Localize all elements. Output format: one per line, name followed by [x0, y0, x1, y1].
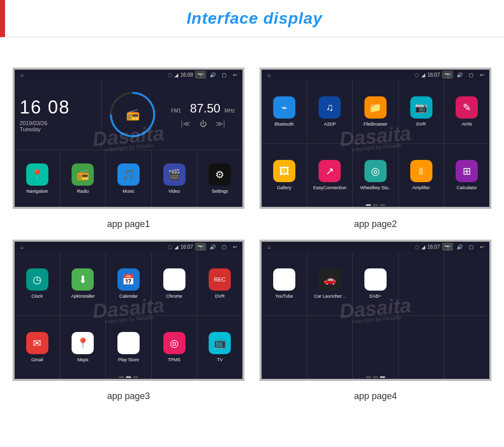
wifi-icon: ◢: [421, 244, 425, 250]
clock-time: 16 08: [20, 97, 96, 118]
clock-widget[interactable]: 16 08 2019/03/26 Tuesday: [15, 80, 101, 150]
empty-cell: [399, 252, 444, 315]
statusbar: ⌂ ◌ ◢ 16:08 📷 🔊 ▢ ↩: [15, 70, 242, 80]
app-calculator[interactable]: ⊞Calculator: [444, 144, 489, 207]
app-icon: ♫: [319, 96, 341, 119]
power-icon[interactable]: ⏻: [200, 120, 207, 128]
app-label: AVIN: [462, 122, 472, 127]
statusbar: ⌂ ◌ ◢ 16:07 📷 🔊 ▢ ↩: [262, 70, 489, 80]
app-icon: 🎵: [117, 163, 140, 186]
panel3: ⌂ ◌ ◢ 16:07 📷 🔊 ▢ ↩ ◷Clock⬇ApkInstaller📅…: [13, 240, 244, 381]
app-label: Radio: [77, 189, 89, 194]
app-dab-[interactable]: ◔DAB+: [353, 252, 398, 315]
app-dvr[interactable]: 📷DVR: [399, 80, 444, 143]
camera-icon[interactable]: 📷: [195, 243, 206, 251]
empty-cell: [399, 316, 444, 379]
gallery: ⌂ ◌ ◢ 16:08 📷 🔊 ▢ ↩ 16 08 2019/03/26: [0, 37, 504, 417]
empty-cell: [444, 316, 489, 379]
app-filebrowser[interactable]: 📁FileBrowser: [353, 80, 398, 143]
app-icon: REC: [209, 268, 231, 291]
prev-icon[interactable]: |≪: [181, 120, 191, 128]
app-clock[interactable]: ◷Clock: [15, 252, 60, 315]
radio-widget[interactable]: 📻 FM1 87.50 MHz |≪ ⏻: [102, 80, 243, 150]
camera-icon[interactable]: 📷: [442, 71, 453, 79]
clock-date: 2019/03/26: [20, 120, 96, 126]
volume-icon[interactable]: 🔊: [455, 243, 464, 250]
app-radio[interactable]: 📻Radio: [60, 150, 106, 207]
back-icon[interactable]: ↩: [477, 71, 486, 78]
app-calendar[interactable]: 📅Calendar: [106, 252, 151, 315]
app-gallery[interactable]: 🖼Gallery: [262, 144, 307, 207]
app-tv[interactable]: 📺TV: [197, 316, 242, 379]
header-title: Interface display: [5, 9, 504, 28]
empty-cell: [262, 316, 307, 379]
screen-off-icon[interactable]: ▢: [466, 243, 475, 250]
app-dvr[interactable]: RECDVR: [197, 252, 242, 315]
app-icon: ◔: [364, 268, 387, 291]
app-music[interactable]: 🎵Music: [106, 150, 151, 207]
volume-icon[interactable]: 🔊: [455, 71, 464, 78]
app-label: DAB+: [369, 294, 382, 299]
app-icon: ◎: [364, 160, 387, 182]
caption: app page2: [354, 219, 397, 230]
app-icon: ✎: [456, 96, 478, 119]
panel1: ⌂ ◌ ◢ 16:08 📷 🔊 ▢ ↩ 16 08 2019/03/26: [13, 68, 244, 209]
location-icon: ◌: [415, 72, 419, 78]
app-label: Bluetooth: [275, 122, 294, 127]
wifi-icon: ◢: [174, 72, 178, 78]
camera-icon[interactable]: 📷: [442, 243, 453, 251]
app-bluetooth[interactable]: ⌁Bluetooth: [262, 80, 307, 143]
app-label: EasyConnection: [313, 185, 347, 190]
caption: app page3: [107, 391, 150, 402]
app-icon: 🚗: [319, 268, 341, 291]
home-icon[interactable]: ⌂: [265, 71, 274, 78]
back-icon[interactable]: ↩: [230, 71, 239, 78]
app-amplifier[interactable]: ⫴Amplifier: [399, 144, 444, 207]
app-label: Settings: [212, 189, 228, 194]
app-wheelkey-stu-[interactable]: ◎Wheelkey Stu..: [353, 144, 398, 207]
radio-icon: 📻: [125, 108, 139, 121]
app-car-launcher-[interactable]: 🚗Car Launcher ..: [307, 252, 353, 315]
app-chrome[interactable]: ◉Chrome: [152, 252, 197, 315]
app-a2dp[interactable]: ♫A2DP: [307, 80, 353, 143]
app-avin[interactable]: ✎AVIN: [444, 80, 489, 143]
app-apkinstaller[interactable]: ⬇ApkInstaller: [60, 252, 106, 315]
back-icon[interactable]: ↩: [477, 243, 486, 250]
volume-icon[interactable]: 🔊: [208, 243, 217, 250]
app-tpms[interactable]: ◎TPMS: [152, 316, 197, 379]
app-icon: ⌁: [273, 96, 295, 119]
statusbar-time: 16:07: [427, 244, 440, 250]
back-icon[interactable]: ↩: [230, 243, 239, 250]
app-label: Calculator: [457, 185, 477, 190]
panel2-wrap: ⌂ ◌ ◢ 16:07 📷 🔊 ▢ ↩ ⌁Bluetooth♫A2DP📁File…: [257, 68, 494, 230]
app-maps[interactable]: 📍Maps: [60, 316, 106, 379]
screen-off-icon[interactable]: ▢: [219, 243, 228, 250]
app-play-store[interactable]: ▶Play Store: [106, 316, 151, 379]
app-easyconnection[interactable]: ↗EasyConnection: [307, 144, 353, 207]
home-icon[interactable]: ⌂: [18, 243, 27, 250]
empty-cell: [353, 316, 398, 379]
camera-icon[interactable]: 📷: [195, 71, 206, 79]
home-icon[interactable]: ⌂: [18, 71, 27, 78]
next-icon[interactable]: ≫|: [216, 120, 225, 128]
app-video[interactable]: 🎬Video: [152, 150, 197, 207]
app-settings[interactable]: ⚙Settings: [197, 150, 242, 207]
screen-off-icon[interactable]: ▢: [466, 71, 475, 78]
app-label: Play Store: [118, 357, 139, 362]
page-indicator: [366, 376, 385, 378]
app-label: Amplifier: [412, 185, 430, 190]
app-navigation[interactable]: 📍Navigation: [15, 150, 60, 207]
statusbar: ⌂ ◌ ◢ 16:07 📷 🔊 ▢ ↩: [15, 242, 242, 252]
home-icon[interactable]: ⌂: [265, 243, 274, 250]
app-label: Music: [122, 189, 135, 194]
volume-icon[interactable]: 🔊: [208, 71, 217, 78]
app-icon: 🎬: [163, 163, 185, 186]
app-icon: ↗: [319, 160, 341, 182]
app-youtube[interactable]: ▶YouTube: [262, 252, 307, 315]
app-gmail[interactable]: ✉Gmail: [15, 316, 60, 379]
page-header: Interface display: [0, 0, 504, 37]
empty-cell: [307, 316, 353, 379]
panel4: ⌂ ◌ ◢ 16:07 📷 🔊 ▢ ↩ ▶YouTube🚗Car Launche…: [260, 240, 491, 381]
panel3-wrap: ⌂ ◌ ◢ 16:07 📷 🔊 ▢ ↩ ◷Clock⬇ApkInstaller📅…: [10, 240, 247, 402]
screen-off-icon[interactable]: ▢: [219, 71, 228, 78]
